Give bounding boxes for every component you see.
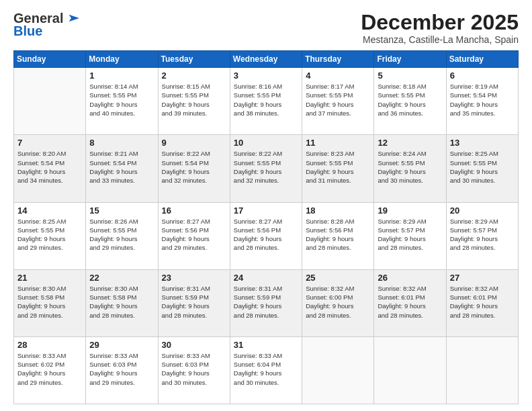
day-number: 3 — [234, 71, 298, 81]
table-row: 12Sunrise: 8:24 AM Sunset: 5:55 PM Dayli… — [374, 135, 446, 202]
day-number: 18 — [306, 205, 370, 216]
table-row: 2Sunrise: 8:15 AM Sunset: 5:55 PM Daylig… — [158, 68, 230, 135]
day-number: 26 — [378, 273, 442, 283]
table-row: 14Sunrise: 8:25 AM Sunset: 5:55 PM Dayli… — [14, 202, 86, 269]
day-number: 1 — [89, 71, 154, 81]
day-info: Sunrise: 8:25 AM Sunset: 5:55 PM Dayligh… — [17, 217, 82, 253]
day-info: Sunrise: 8:32 AM Sunset: 6:01 PM Dayligh… — [378, 284, 442, 320]
day-number: 29 — [89, 340, 154, 350]
table-row: 6Sunrise: 8:19 AM Sunset: 5:54 PM Daylig… — [446, 68, 518, 135]
table-row: 28Sunrise: 8:33 AM Sunset: 6:02 PM Dayli… — [14, 336, 86, 404]
col-tuesday: Tuesday — [158, 51, 230, 68]
table-row: 8Sunrise: 8:21 AM Sunset: 5:54 PM Daylig… — [86, 135, 158, 202]
day-info: Sunrise: 8:27 AM Sunset: 5:56 PM Dayligh… — [234, 217, 298, 253]
day-number: 19 — [378, 205, 442, 216]
day-info: Sunrise: 8:33 AM Sunset: 6:02 PM Dayligh… — [17, 351, 82, 387]
logo-blue: Blue — [13, 24, 42, 39]
day-number: 20 — [450, 205, 515, 216]
day-number: 30 — [162, 340, 226, 350]
table-row: 9Sunrise: 8:22 AM Sunset: 5:54 PM Daylig… — [158, 135, 230, 202]
location-subtitle: Mestanza, Castille-La Mancha, Spain — [361, 34, 519, 45]
table-row — [302, 336, 374, 404]
table-row — [14, 68, 86, 135]
table-row: 5Sunrise: 8:18 AM Sunset: 5:55 PM Daylig… — [374, 68, 446, 135]
table-row: 10Sunrise: 8:22 AM Sunset: 5:55 PM Dayli… — [230, 135, 302, 202]
table-row: 21Sunrise: 8:30 AM Sunset: 5:58 PM Dayli… — [14, 269, 86, 336]
day-number: 17 — [234, 205, 298, 216]
day-number: 22 — [89, 273, 154, 283]
day-info: Sunrise: 8:33 AM Sunset: 6:03 PM Dayligh… — [89, 351, 154, 387]
table-row: 7Sunrise: 8:20 AM Sunset: 5:54 PM Daylig… — [14, 135, 86, 202]
day-number: 6 — [450, 71, 515, 81]
table-row: 16Sunrise: 8:27 AM Sunset: 5:56 PM Dayli… — [158, 202, 230, 269]
day-number: 9 — [162, 138, 226, 148]
calendar-week-row: 7Sunrise: 8:20 AM Sunset: 5:54 PM Daylig… — [14, 135, 519, 202]
table-row: 25Sunrise: 8:32 AM Sunset: 6:00 PM Dayli… — [302, 269, 374, 336]
logo-icon — [63, 13, 79, 23]
table-row — [374, 336, 446, 404]
header: General Blue December 2025 Mestanza, Cas… — [13, 11, 519, 45]
day-info: Sunrise: 8:33 AM Sunset: 6:03 PM Dayligh… — [162, 351, 226, 387]
table-row: 24Sunrise: 8:31 AM Sunset: 5:59 PM Dayli… — [230, 269, 302, 336]
table-row: 19Sunrise: 8:29 AM Sunset: 5:57 PM Dayli… — [374, 202, 446, 269]
day-info: Sunrise: 8:30 AM Sunset: 5:58 PM Dayligh… — [17, 284, 82, 320]
day-info: Sunrise: 8:26 AM Sunset: 5:55 PM Dayligh… — [89, 217, 154, 253]
day-info: Sunrise: 8:24 AM Sunset: 5:55 PM Dayligh… — [378, 149, 442, 185]
table-row: 15Sunrise: 8:26 AM Sunset: 5:55 PM Dayli… — [86, 202, 158, 269]
calendar-week-row: 14Sunrise: 8:25 AM Sunset: 5:55 PM Dayli… — [14, 202, 519, 269]
calendar-table: Sunday Monday Tuesday Wednesday Thursday… — [13, 50, 519, 404]
day-info: Sunrise: 8:33 AM Sunset: 6:04 PM Dayligh… — [234, 351, 298, 387]
day-info: Sunrise: 8:25 AM Sunset: 5:55 PM Dayligh… — [450, 149, 515, 185]
day-info: Sunrise: 8:23 AM Sunset: 5:55 PM Dayligh… — [306, 149, 370, 185]
day-info: Sunrise: 8:19 AM Sunset: 5:54 PM Dayligh… — [450, 82, 515, 118]
day-info: Sunrise: 8:17 AM Sunset: 5:55 PM Dayligh… — [306, 82, 370, 118]
col-sunday: Sunday — [14, 51, 86, 68]
table-row: 30Sunrise: 8:33 AM Sunset: 6:03 PM Dayli… — [158, 336, 230, 404]
day-number: 23 — [162, 273, 226, 283]
table-row: 1Sunrise: 8:14 AM Sunset: 5:55 PM Daylig… — [86, 68, 158, 135]
table-row — [446, 336, 518, 404]
day-info: Sunrise: 8:31 AM Sunset: 5:59 PM Dayligh… — [162, 284, 226, 320]
day-number: 15 — [89, 205, 154, 216]
day-number: 28 — [17, 340, 82, 350]
table-row: 3Sunrise: 8:16 AM Sunset: 5:55 PM Daylig… — [230, 68, 302, 135]
day-number: 14 — [17, 205, 82, 216]
day-number: 31 — [234, 340, 298, 350]
day-number: 24 — [234, 273, 298, 283]
day-info: Sunrise: 8:32 AM Sunset: 6:01 PM Dayligh… — [450, 284, 515, 320]
day-info: Sunrise: 8:31 AM Sunset: 5:59 PM Dayligh… — [234, 284, 298, 320]
day-number: 4 — [306, 71, 370, 81]
table-row: 17Sunrise: 8:27 AM Sunset: 5:56 PM Dayli… — [230, 202, 302, 269]
table-row: 31Sunrise: 8:33 AM Sunset: 6:04 PM Dayli… — [230, 336, 302, 404]
day-number: 8 — [89, 138, 154, 148]
table-row: 23Sunrise: 8:31 AM Sunset: 5:59 PM Dayli… — [158, 269, 230, 336]
day-number: 13 — [450, 138, 515, 148]
day-number: 7 — [17, 138, 82, 148]
calendar-week-row: 21Sunrise: 8:30 AM Sunset: 5:58 PM Dayli… — [14, 269, 519, 336]
day-info: Sunrise: 8:18 AM Sunset: 5:55 PM Dayligh… — [378, 82, 442, 118]
day-info: Sunrise: 8:32 AM Sunset: 6:00 PM Dayligh… — [306, 284, 370, 320]
page: General Blue December 2025 Mestanza, Cas… — [0, 0, 532, 411]
table-row: 27Sunrise: 8:32 AM Sunset: 6:01 PM Dayli… — [446, 269, 518, 336]
day-info: Sunrise: 8:28 AM Sunset: 5:56 PM Dayligh… — [306, 217, 370, 253]
day-number: 11 — [306, 138, 370, 148]
day-info: Sunrise: 8:16 AM Sunset: 5:55 PM Dayligh… — [234, 82, 298, 118]
calendar-week-row: 1Sunrise: 8:14 AM Sunset: 5:55 PM Daylig… — [14, 68, 519, 135]
col-friday: Friday — [374, 51, 446, 68]
day-info: Sunrise: 8:29 AM Sunset: 5:57 PM Dayligh… — [450, 217, 515, 253]
table-row: 26Sunrise: 8:32 AM Sunset: 6:01 PM Dayli… — [374, 269, 446, 336]
day-number: 25 — [306, 273, 370, 283]
day-info: Sunrise: 8:27 AM Sunset: 5:56 PM Dayligh… — [162, 217, 226, 253]
calendar-week-row: 28Sunrise: 8:33 AM Sunset: 6:02 PM Dayli… — [14, 336, 519, 404]
table-row: 4Sunrise: 8:17 AM Sunset: 5:55 PM Daylig… — [302, 68, 374, 135]
month-title: December 2025 — [361, 11, 519, 34]
col-wednesday: Wednesday — [230, 51, 302, 68]
table-row: 13Sunrise: 8:25 AM Sunset: 5:55 PM Dayli… — [446, 135, 518, 202]
day-number: 27 — [450, 273, 515, 283]
day-number: 5 — [378, 71, 442, 81]
table-row: 29Sunrise: 8:33 AM Sunset: 6:03 PM Dayli… — [86, 336, 158, 404]
day-number: 21 — [17, 273, 82, 283]
day-info: Sunrise: 8:22 AM Sunset: 5:55 PM Dayligh… — [234, 149, 298, 185]
table-row: 22Sunrise: 8:30 AM Sunset: 5:58 PM Dayli… — [86, 269, 158, 336]
table-row: 20Sunrise: 8:29 AM Sunset: 5:57 PM Dayli… — [446, 202, 518, 269]
